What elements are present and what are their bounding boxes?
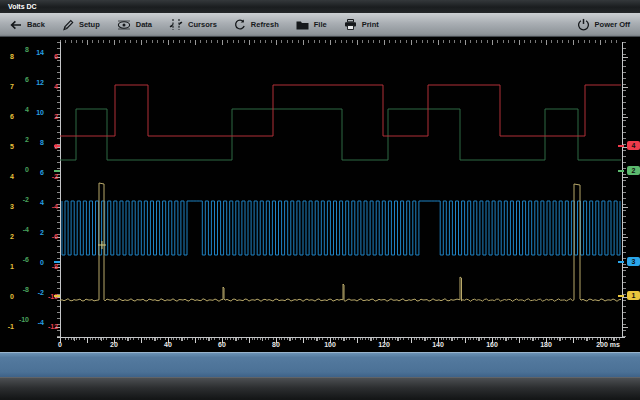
cursors-label: Cursors — [188, 20, 217, 29]
zero-marker — [54, 295, 60, 297]
back-button[interactable]: Back — [10, 20, 45, 30]
y-axis-label-ch1: 0 — [0, 293, 14, 301]
eye-icon — [117, 20, 131, 30]
print-label: Print — [362, 20, 379, 29]
y-axis-label-ch1: 3 — [0, 203, 14, 211]
y-axis-label-ch4: 4 — [38, 83, 58, 91]
y-axis-label-ch1: 5 — [0, 143, 14, 151]
x-axis-label: 20 — [94, 341, 134, 349]
channel-badge-1[interactable]: 1 — [627, 291, 640, 300]
setup-label: Setup — [79, 20, 100, 29]
zero-marker — [618, 261, 624, 263]
printer-icon — [344, 19, 357, 30]
y-axis-label-ch4: -6 — [38, 233, 58, 241]
y-axis-label-ch4: 2 — [38, 113, 58, 121]
status-bar: No Active Vehicle — [0, 377, 640, 400]
power-icon — [577, 18, 590, 31]
y-axis-label-ch1: 2 — [0, 233, 14, 241]
y-axis-label-ch1: 7 — [0, 83, 14, 91]
zero-marker — [618, 170, 624, 172]
cursors-icon — [169, 19, 183, 30]
refresh-label: Refresh — [251, 20, 279, 29]
page-title: Volts DC — [8, 3, 37, 10]
power-off-button[interactable]: Power Off — [577, 18, 630, 31]
x-axis-label: 100 — [310, 341, 350, 349]
zero-marker — [54, 145, 60, 147]
toolbar: Back Setup Data Cursors Refresh File Pri… — [0, 13, 640, 37]
refresh-icon — [234, 19, 246, 31]
zero-marker — [618, 145, 624, 147]
title-bar: Volts DC — [0, 0, 640, 13]
channel-badge-2[interactable]: 2 — [627, 166, 640, 175]
cursors-button[interactable]: Cursors — [169, 19, 217, 30]
refresh-button[interactable]: Refresh — [234, 19, 279, 31]
x-axis-label: 120 — [364, 341, 404, 349]
data-label: Data — [136, 20, 152, 29]
y-axis-label-ch1: 1 — [0, 263, 14, 271]
x-axis-label: 40 — [148, 341, 188, 349]
x-axis-label: 180 — [526, 341, 566, 349]
print-button[interactable]: Print — [344, 19, 379, 30]
y-axis-label-ch1: 6 — [0, 113, 14, 121]
y-axis-label-ch1: 4 — [0, 173, 14, 181]
pencil-icon — [62, 19, 74, 31]
back-label: Back — [27, 20, 45, 29]
x-axis-label: 0 — [40, 341, 80, 349]
zero-marker — [54, 170, 60, 172]
y-axis-label-ch4: -4 — [38, 203, 58, 211]
channel-badge-3[interactable]: 3 — [627, 257, 640, 266]
x-axis-label: 200 ms — [588, 341, 628, 349]
file-button[interactable]: File — [296, 20, 327, 30]
x-axis-top-major-ticks — [60, 40, 622, 45]
setup-button[interactable]: Setup — [62, 19, 100, 31]
folder-icon — [296, 20, 309, 30]
x-axis-label: 160 — [472, 341, 512, 349]
file-label: File — [314, 20, 327, 29]
x-axis-label: 60 — [202, 341, 242, 349]
y-axis-label-ch4: -12 — [38, 323, 58, 331]
x-axis-label: 80 — [256, 341, 296, 349]
data-button[interactable]: Data — [117, 20, 152, 30]
power-off-label: Power Off — [595, 20, 630, 29]
y-axis-label-ch1: 8 — [0, 53, 14, 61]
y-axis-right-major-ticks — [623, 57, 628, 329]
zero-marker — [618, 295, 624, 297]
zero-marker — [54, 261, 60, 263]
y-axis-left-major-ticks — [55, 57, 60, 329]
y-axis-label-ch4: -8 — [38, 263, 58, 271]
y-axis-label-ch4: 6 — [38, 53, 58, 61]
scope-plot-area[interactable]: 876543210-186420-2-4-6-8-1014121086420-2… — [0, 37, 640, 352]
y-axis-ruler-left — [60, 42, 61, 338]
y-axis-label-ch1: -1 — [0, 323, 14, 331]
x-axis-label: 140 — [418, 341, 458, 349]
channel-badge-4[interactable]: 4 — [627, 141, 640, 150]
back-arrow-icon — [10, 20, 22, 30]
y-axis-label-ch4: -2 — [38, 173, 58, 181]
playback-bar: 00:04:369 x1 — [0, 352, 640, 377]
